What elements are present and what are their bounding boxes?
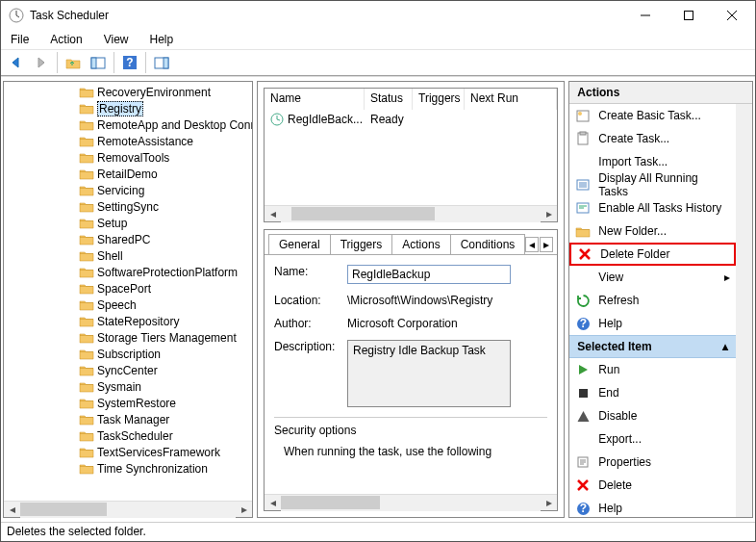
action-label: Help <box>598 317 622 330</box>
folder-tree[interactable]: RecoveryEnvironmentRegistryRemoteApp and… <box>4 82 252 501</box>
props-icon <box>575 454 591 470</box>
details-tabs: General Triggers Actions Conditions ◂ ▸ <box>265 230 557 254</box>
maximize-button[interactable] <box>667 2 710 30</box>
folder-icon <box>79 135 94 148</box>
description-box[interactable]: Registry Idle Backup Task <box>347 340 511 407</box>
action-import-task[interactable]: Import Task... <box>569 150 736 173</box>
show-hide-tree-button[interactable] <box>87 52 110 73</box>
action-create-task[interactable]: Create Task... <box>569 127 736 150</box>
action-create-basic-task[interactable]: Create Basic Task... <box>569 104 736 127</box>
tree-item[interactable]: RetailDemo <box>4 166 252 182</box>
tree-item[interactable]: Shell <box>4 247 252 264</box>
tree-item[interactable]: SpacePort <box>4 280 252 297</box>
actions-pane: Actions Create Basic Task...Create Task.… <box>568 81 753 518</box>
actions-section-header[interactable]: Selected Item▴ <box>569 335 736 358</box>
action-enable-all-tasks-history[interactable]: Enable All Tasks History <box>569 196 736 219</box>
tree-h-scrollbar[interactable]: ◂▸ <box>4 501 252 517</box>
tree-item-label: SoftwareProtectionPlatform <box>97 266 238 279</box>
task-list-header[interactable]: Name Status Triggers Next Run <box>265 89 557 110</box>
tree-item[interactable]: Time Synchronization <box>4 460 252 477</box>
action-properties[interactable]: Properties <box>569 451 736 474</box>
tree-item[interactable]: Sysmain <box>4 378 252 395</box>
svg-text:?: ? <box>126 56 133 69</box>
tree-item[interactable]: Task Manager <box>4 411 252 427</box>
tab-scroll-right[interactable]: ▸ <box>540 237 553 252</box>
tree-item[interactable]: Speech <box>4 297 252 313</box>
tree-item[interactable]: RemovalTools <box>4 149 252 166</box>
minimize-button[interactable] <box>623 2 667 30</box>
close-button[interactable] <box>710 2 753 30</box>
action-end[interactable]: End <box>569 381 736 404</box>
details-h-scrollbar[interactable]: ◂▸ <box>265 494 557 510</box>
tab-actions[interactable]: Actions <box>391 234 450 254</box>
tab-general[interactable]: General <box>268 234 331 254</box>
tree-item-label: Setup <box>97 217 127 230</box>
tree-item[interactable]: RecoveryEnvironment <box>4 84 252 100</box>
tree-item[interactable]: TaskScheduler <box>4 427 252 444</box>
tree-item[interactable]: SettingSync <box>4 198 252 215</box>
task-row[interactable]: RegIdleBack...Ready <box>265 110 557 129</box>
task-list[interactable]: Name Status Triggers Next Run RegIdleBac… <box>264 88 558 222</box>
name-input[interactable]: RegIdleBackup <box>347 265 511 284</box>
tree-item[interactable]: Storage Tiers Management <box>4 329 252 346</box>
action-help[interactable]: ?Help <box>569 312 736 335</box>
action-delete[interactable]: Delete <box>569 474 736 497</box>
action-refresh[interactable]: Refresh <box>569 289 736 312</box>
action-export[interactable]: Export... <box>569 427 736 451</box>
action-disable[interactable]: Disable <box>569 404 736 427</box>
task-details: General Triggers Actions Conditions ◂ ▸ … <box>264 229 558 511</box>
tree-item[interactable]: Registry <box>4 100 252 116</box>
col-status[interactable]: Status <box>365 89 413 110</box>
tree-item[interactable]: Subscription <box>4 346 252 362</box>
folder-icon <box>79 217 94 230</box>
content-area: RecoveryEnvironmentRegistryRemoteApp and… <box>1 76 755 522</box>
svg-rect-1 <box>684 12 693 20</box>
tree-item[interactable]: RemoteAssistance <box>4 133 252 149</box>
actions-v-scrollbar[interactable] <box>736 104 752 517</box>
tab-scroll-left[interactable]: ◂ <box>525 237 539 252</box>
action-delete-folder[interactable]: Delete Folder <box>569 243 736 266</box>
tree-item[interactable]: SystemRestore <box>4 395 252 411</box>
tree-item-label: SyncCenter <box>97 364 158 377</box>
tab-conditions[interactable]: Conditions <box>450 234 526 254</box>
folder-icon <box>79 102 94 116</box>
menu-help[interactable]: Help <box>146 31 178 48</box>
folder-icon <box>79 298 94 312</box>
tree-item-label: RecoveryEnvironment <box>97 86 211 99</box>
tree-item-label: SpacePort <box>97 282 151 296</box>
tree-item[interactable]: StateRepository <box>4 313 252 329</box>
help-button[interactable]: ? <box>118 52 141 73</box>
action-view[interactable]: View▸ <box>569 266 736 289</box>
clock-icon <box>270 113 284 126</box>
tree-item[interactable]: TextServicesFramework <box>4 444 252 460</box>
security-options-text: When running the task, use the following <box>274 445 547 458</box>
tree-item[interactable]: SoftwareProtectionPlatform <box>4 264 252 280</box>
up-button[interactable] <box>62 52 85 73</box>
action-run[interactable]: Run <box>569 358 736 381</box>
menu-file[interactable]: File <box>7 31 33 48</box>
action-display-all-running-tasks[interactable]: Display All Running Tasks <box>569 173 736 196</box>
tree-item-label: TaskScheduler <box>97 429 173 443</box>
folder-icon <box>79 86 94 99</box>
col-nextrun[interactable]: Next Run <box>465 89 557 110</box>
show-hide-actions-button[interactable] <box>150 52 173 73</box>
action-new-folder[interactable]: New Folder... <box>569 219 736 243</box>
col-name[interactable]: Name <box>265 89 365 110</box>
forward-button[interactable] <box>30 52 53 73</box>
tree-item[interactable]: SharedPC <box>4 231 252 247</box>
menu-action[interactable]: Action <box>46 31 86 48</box>
tree-item[interactable]: RemoteApp and Desktop Connections <box>4 116 252 133</box>
action-label: Create Task... <box>598 132 669 145</box>
tree-item[interactable]: SyncCenter <box>4 362 252 378</box>
tasklist-h-scrollbar[interactable]: ◂▸ <box>265 205 557 221</box>
action-label: End <box>598 386 618 400</box>
action-help[interactable]: ?Help <box>569 497 736 517</box>
menu-view[interactable]: View <box>100 31 133 48</box>
help-icon: ? <box>575 501 591 516</box>
tree-item[interactable]: Servicing <box>4 182 252 198</box>
back-button[interactable] <box>5 52 28 73</box>
col-triggers[interactable]: Triggers <box>413 89 465 110</box>
tree-item[interactable]: Setup <box>4 215 252 231</box>
tab-triggers[interactable]: Triggers <box>330 234 393 254</box>
title-bar[interactable]: Task Scheduler <box>1 1 755 30</box>
